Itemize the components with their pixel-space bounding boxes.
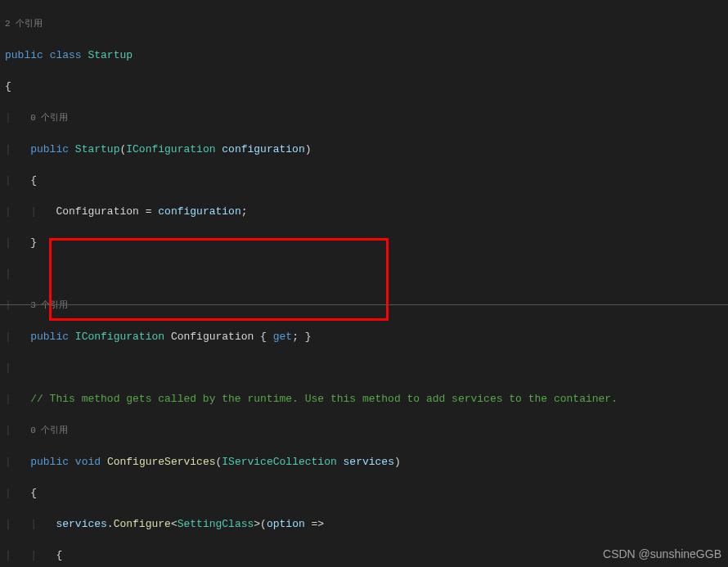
code-editor[interactable]: 2 个引用 public class Startup { | 0 个引用 | p… [0, 0, 728, 567]
code-line: | } [5, 235, 723, 250]
divider-line [0, 304, 728, 305]
codelens-ref[interactable]: 2 个引用 [5, 16, 723, 32]
code-line: | // This method gets called by the runt… [5, 391, 723, 407]
code-line: | public IConfiguration Configuration { … [5, 329, 723, 344]
codelens-ref[interactable]: | 0 个引用 [5, 110, 723, 126]
codelens-ref[interactable]: | 0 个引用 [5, 422, 723, 439]
code-line: | public void ConfigureServices(IService… [5, 454, 723, 470]
code-line: { [5, 79, 723, 94]
code-line: | [5, 266, 723, 281]
code-line: | public Startup(IConfiguration configur… [5, 142, 723, 157]
code-line: public class Startup [5, 47, 723, 63]
code-line: | { [5, 173, 723, 188]
watermark: CSDN @sunshineGGB [603, 547, 721, 562]
code-line: | | Configuration = configuration; [5, 204, 723, 219]
code-line: | [5, 360, 723, 376]
codelens-ref[interactable]: | 3 个引用 [5, 297, 723, 313]
code-line: | { [5, 485, 723, 501]
code-line: | | services.Configure<SettingClass>(opt… [5, 516, 723, 532]
